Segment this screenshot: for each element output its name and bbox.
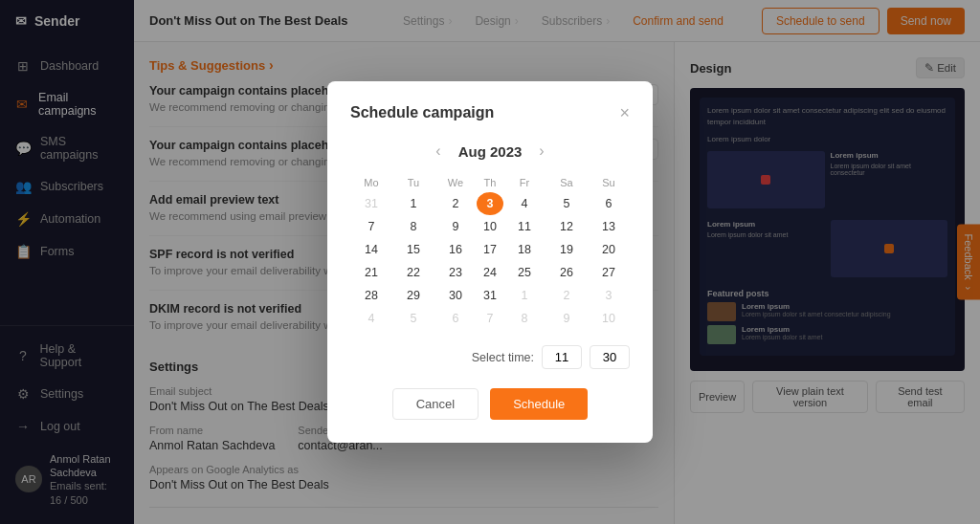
modal-header: Schedule campaign × bbox=[350, 104, 630, 121]
calendar-day[interactable]: 27 bbox=[588, 261, 630, 284]
calendar-day[interactable]: 25 bbox=[503, 261, 546, 284]
calendar-day[interactable]: 8 bbox=[392, 215, 434, 238]
weekday-sa: Sa bbox=[546, 173, 588, 192]
calendar-day[interactable]: 7 bbox=[350, 215, 392, 238]
schedule-button[interactable]: Schedule bbox=[490, 388, 588, 420]
calendar-day[interactable]: 28 bbox=[350, 284, 392, 307]
calendar-day[interactable]: 31 bbox=[350, 192, 392, 215]
modal-actions: Cancel Schedule bbox=[350, 388, 630, 420]
calendar-day[interactable]: 1 bbox=[503, 284, 546, 307]
calendar-day[interactable]: 16 bbox=[434, 238, 477, 261]
next-month-button[interactable]: › bbox=[533, 141, 549, 162]
calendar-nav: ‹ Aug 2023 › bbox=[350, 141, 630, 162]
modal-title: Schedule campaign bbox=[350, 104, 494, 121]
modal-overlay[interactable]: Schedule campaign × ‹ Aug 2023 › Mo Tu bbox=[0, 0, 980, 524]
calendar-day[interactable]: 8 bbox=[503, 307, 546, 330]
calendar-day[interactable]: 3 bbox=[588, 284, 630, 307]
schedule-campaign-modal: Schedule campaign × ‹ Aug 2023 › Mo Tu bbox=[327, 81, 653, 443]
calendar: ‹ Aug 2023 › Mo Tu We Th Fr Sa bbox=[350, 141, 630, 330]
time-selector: Select time: bbox=[350, 345, 630, 369]
calendar-day[interactable]: 13 bbox=[588, 215, 630, 238]
calendar-day[interactable]: 10 bbox=[588, 307, 630, 330]
calendar-day[interactable]: 18 bbox=[503, 238, 546, 261]
weekday-mo: Mo bbox=[350, 173, 392, 192]
close-button[interactable]: × bbox=[619, 104, 630, 121]
calendar-day[interactable]: 31 bbox=[477, 284, 503, 307]
calendar-day[interactable]: 6 bbox=[588, 192, 630, 215]
time-hour-input[interactable] bbox=[542, 345, 582, 369]
calendar-day[interactable]: 23 bbox=[434, 261, 477, 284]
calendar-day[interactable]: 17 bbox=[477, 238, 503, 261]
calendar-day[interactable]: 7 bbox=[477, 307, 503, 330]
calendar-day[interactable]: 9 bbox=[546, 307, 588, 330]
calendar-day[interactable]: 30 bbox=[434, 284, 477, 307]
time-minute-input[interactable] bbox=[590, 345, 630, 369]
calendar-grid: Mo Tu We Th Fr Sa Su 3112345678910111213… bbox=[350, 173, 630, 330]
calendar-day[interactable]: 15 bbox=[392, 238, 434, 261]
calendar-day[interactable]: 10 bbox=[477, 215, 503, 238]
calendar-day[interactable]: 4 bbox=[503, 192, 546, 215]
time-label: Select time: bbox=[472, 351, 534, 364]
calendar-day[interactable]: 21 bbox=[350, 261, 392, 284]
weekday-we: We bbox=[434, 173, 477, 192]
weekday-th: Th bbox=[477, 173, 503, 192]
calendar-day[interactable]: 4 bbox=[350, 307, 392, 330]
calendar-day[interactable]: 12 bbox=[546, 215, 588, 238]
cancel-button[interactable]: Cancel bbox=[392, 388, 479, 420]
weekday-su: Su bbox=[588, 173, 630, 192]
prev-month-button[interactable]: ‹ bbox=[430, 141, 446, 162]
calendar-day[interactable]: 6 bbox=[434, 307, 477, 330]
calendar-day[interactable]: 5 bbox=[392, 307, 434, 330]
calendar-day[interactable]: 24 bbox=[477, 261, 503, 284]
calendar-day[interactable]: 1 bbox=[392, 192, 434, 215]
weekday-tu: Tu bbox=[392, 173, 434, 192]
calendar-month-year: Aug 2023 bbox=[458, 143, 523, 160]
calendar-day[interactable]: 20 bbox=[588, 238, 630, 261]
calendar-day[interactable]: 26 bbox=[546, 261, 588, 284]
calendar-day[interactable]: 3 bbox=[477, 192, 503, 215]
calendar-day[interactable]: 14 bbox=[350, 238, 392, 261]
calendar-day[interactable]: 11 bbox=[503, 215, 546, 238]
weekday-fr: Fr bbox=[503, 173, 546, 192]
calendar-day[interactable]: 29 bbox=[392, 284, 434, 307]
calendar-day[interactable]: 9 bbox=[434, 215, 477, 238]
calendar-day[interactable]: 2 bbox=[434, 192, 477, 215]
calendar-day[interactable]: 5 bbox=[546, 192, 588, 215]
calendar-day[interactable]: 22 bbox=[392, 261, 434, 284]
calendar-day[interactable]: 2 bbox=[546, 284, 588, 307]
calendar-day[interactable]: 19 bbox=[546, 238, 588, 261]
